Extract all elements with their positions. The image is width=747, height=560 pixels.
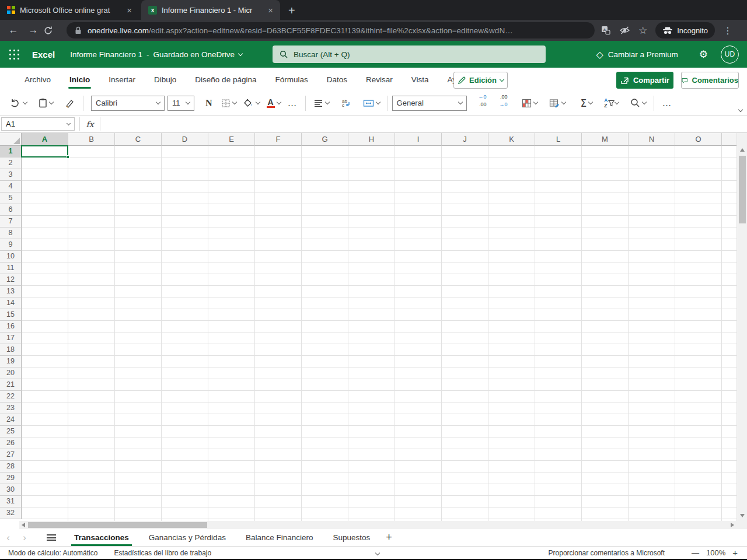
increase-decimal-button[interactable]: .00 →0 (496, 94, 511, 112)
eye-off-icon[interactable] (619, 26, 630, 35)
select-all-corner[interactable] (0, 133, 22, 146)
prev-sheet-icon[interactable]: ‹ (0, 532, 16, 544)
ribbon-tab[interactable]: Insertar (99, 68, 145, 91)
close-icon[interactable]: × (267, 5, 274, 15)
fill-color-button[interactable] (240, 94, 263, 112)
document-title[interactable]: Informe Financiero 1 - Guardado en OneDr… (70, 50, 242, 59)
row-header[interactable]: 16 (0, 321, 22, 332)
autosum-button[interactable]: Σ (577, 94, 596, 112)
scroll-right-icon[interactable] (731, 523, 734, 527)
vertical-scroll-thumb[interactable] (739, 156, 746, 223)
url-bar[interactable]: onedrive.live.com/edit.aspx?action=editn… (67, 22, 595, 38)
row-header[interactable]: 20 (0, 368, 22, 379)
star-icon[interactable]: ☆ (638, 24, 647, 37)
row-header[interactable]: 3 (0, 169, 22, 181)
search-input[interactable]: Buscar (Alt + Q) (273, 46, 546, 63)
row-header[interactable]: 28 (0, 461, 22, 473)
waffle-icon[interactable] (9, 50, 19, 60)
borders-button[interactable] (218, 94, 240, 112)
fx-button[interactable]: fx (79, 117, 100, 131)
zoom-level[interactable]: 100% (706, 548, 725, 557)
row-header[interactable]: 14 (0, 298, 22, 309)
row-header[interactable]: 6 (0, 204, 22, 216)
column-header-partial[interactable] (722, 133, 736, 146)
column-header[interactable]: E (208, 133, 255, 146)
scroll-down-icon[interactable] (740, 514, 745, 517)
row-header[interactable]: 9 (0, 239, 22, 251)
column-header[interactable]: J (442, 133, 488, 146)
column-header[interactable]: N (629, 133, 675, 146)
browser-tab-excel[interactable]: x Informe Financiero 1 - Micr × (141, 0, 280, 20)
more-font-options-button[interactable]: … (284, 94, 301, 112)
row-header[interactable]: 29 (0, 473, 22, 484)
horizontal-scroll-thumb[interactable] (28, 522, 207, 528)
next-sheet-icon[interactable]: › (16, 532, 33, 544)
column-header[interactable]: O (675, 133, 722, 146)
sort-filter-button[interactable]: AZ (601, 94, 622, 112)
row-header[interactable]: 22 (0, 391, 22, 402)
column-header[interactable]: G (302, 133, 348, 146)
row-header[interactable]: 1 (0, 146, 22, 158)
row-header[interactable]: 12 (0, 274, 22, 286)
menu-dots-icon[interactable]: ⋮ (723, 25, 732, 36)
add-sheet-icon[interactable]: + (380, 531, 398, 544)
conditional-format-button[interactable] (518, 94, 541, 112)
calc-mode-status[interactable]: Modo de cálculo: Automático (0, 549, 106, 557)
column-header[interactable]: M (582, 133, 629, 146)
merge-cells-button[interactable] (359, 94, 383, 112)
column-header[interactable]: D (162, 133, 208, 146)
row-header[interactable]: 30 (0, 484, 22, 496)
ribbon-tab[interactable]: Diseño de página (186, 68, 266, 91)
zoom-out-button[interactable]: — (692, 548, 699, 557)
row-header[interactable]: 13 (0, 286, 22, 298)
row-header[interactable]: 31 (0, 496, 22, 508)
ribbon-tab[interactable]: Datos (317, 68, 357, 91)
sheet-tab[interactable]: Supuestos (323, 529, 380, 546)
forward-icon[interactable]: → (23, 24, 43, 36)
gear-icon[interactable]: ⚙ (699, 48, 708, 61)
find-button[interactable] (627, 94, 650, 112)
alignment-button[interactable] (310, 94, 333, 112)
share-button[interactable]: Compartir (616, 72, 673, 89)
ribbon-tab[interactable]: Dibujo (145, 68, 186, 91)
wrap-text-button[interactable]: abc (337, 94, 355, 112)
column-header[interactable]: F (255, 133, 302, 146)
decrease-decimal-button[interactable]: ←0 .00 (475, 94, 490, 112)
active-cell-selection[interactable] (21, 145, 68, 158)
horizontal-scrollbar[interactable] (19, 521, 736, 529)
name-box[interactable]: A1 (1, 117, 75, 131)
edit-mode-button[interactable]: Edición (453, 72, 508, 89)
vertical-scrollbar[interactable] (736, 133, 747, 521)
column-header[interactable]: K (488, 133, 535, 146)
undo-button[interactable] (7, 94, 30, 112)
sheet-tab[interactable]: Transacciones (64, 529, 139, 546)
back-icon[interactable]: ← (4, 24, 23, 36)
avatar[interactable]: UD (721, 46, 739, 64)
comments-button[interactable]: Comentarios (681, 72, 739, 89)
format-painter-button[interactable] (61, 94, 79, 112)
column-header[interactable]: C (115, 133, 162, 146)
close-icon[interactable]: × (125, 5, 133, 15)
row-header[interactable]: 10 (0, 251, 22, 262)
ribbon-tab[interactable]: Revisar (357, 68, 402, 91)
row-header[interactable]: 23 (0, 402, 22, 414)
number-format-select[interactable]: General (392, 96, 467, 111)
all-sheets-menu-icon[interactable] (47, 534, 56, 541)
sheet-tab[interactable]: Balance Financiero (236, 529, 323, 546)
scroll-up-icon[interactable] (740, 148, 745, 152)
app-name[interactable]: Excel (32, 50, 55, 60)
ribbon-tab[interactable]: Vista (402, 68, 438, 91)
column-header[interactable]: A (22, 133, 68, 146)
workbook-stats-status[interactable]: Estadísticas del libro de trabajo (106, 549, 219, 557)
row-header[interactable]: 7 (0, 216, 22, 228)
ribbon-tab[interactable]: Fórmulas (266, 68, 317, 91)
sheet-tab[interactable]: Ganancias y Pérdidas (139, 529, 236, 546)
row-header[interactable]: 2 (0, 158, 22, 169)
reload-icon[interactable] (43, 26, 63, 36)
row-header[interactable]: 27 (0, 449, 22, 461)
row-header[interactable]: 8 (0, 228, 22, 239)
new-tab-icon[interactable]: + (288, 5, 295, 16)
font-color-button[interactable]: A (263, 94, 284, 112)
column-header[interactable]: I (395, 133, 442, 146)
collapse-ribbon-icon[interactable] (738, 107, 743, 112)
